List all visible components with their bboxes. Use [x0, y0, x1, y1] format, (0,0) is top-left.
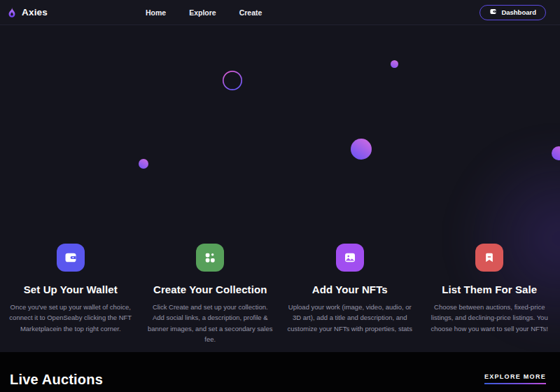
- feature-cards-row: Set Up Your Wallet Once you've set up yo…: [0, 244, 560, 345]
- feature-title: List Them For Sale: [425, 284, 555, 295]
- feature-description: Upload your work (image, video, audio, o…: [286, 302, 414, 334]
- explore-more-link[interactable]: EXPLORE MORE: [484, 373, 546, 387]
- explore-more-label: EXPLORE MORE: [484, 373, 546, 380]
- main-nav: Home Explore Create: [146, 0, 262, 24]
- top-navbar: Axies Home Explore Create Dashboard: [0, 0, 560, 25]
- feature-card-collection: Create Your Collection Click Create and …: [146, 244, 276, 345]
- nav-item-explore[interactable]: Explore: [189, 8, 216, 17]
- decor-dot-small: [391, 60, 398, 68]
- dashboard-button[interactable]: Dashboard: [479, 5, 546, 20]
- feature-title: Set Up Your Wallet: [6, 284, 136, 295]
- flame-icon: [6, 6, 18, 19]
- feature-description: Click Create and set up your collection.…: [146, 302, 274, 345]
- feature-description: Choose between auctions, fixed-price lis…: [426, 302, 553, 334]
- wallet-icon: [57, 244, 85, 272]
- hero-section: Set Up Your Wallet Once you've set up yo…: [0, 25, 560, 352]
- category-icon: [196, 244, 224, 272]
- image-icon: [336, 244, 364, 272]
- decor-dot-medium: [139, 159, 148, 169]
- live-auctions-heading: Live Auctions: [10, 372, 103, 388]
- nav-item-create[interactable]: Create: [239, 8, 262, 17]
- brand-name: Axies: [22, 7, 48, 18]
- decor-circle-large: [351, 139, 372, 160]
- dashboard-button-label: Dashboard: [501, 8, 536, 16]
- bookmark-icon: [475, 244, 503, 272]
- feature-title: Create Your Collection: [146, 284, 276, 295]
- feature-card-sale: List Them For Sale Choose between auctio…: [425, 244, 555, 345]
- gradient-underline: [484, 383, 546, 384]
- page: Axies Home Explore Create Dashboard: [0, 0, 560, 392]
- decor-ring-circle: [222, 70, 243, 94]
- feature-title: Add Your NFTs: [285, 284, 415, 295]
- nav-item-home[interactable]: Home: [146, 8, 166, 17]
- wallet-icon: [489, 8, 497, 17]
- feature-description: Once you've set up your wallet of choice…: [7, 302, 134, 334]
- live-auctions-section: Live Auctions EXPLORE MORE: [0, 352, 560, 392]
- feature-card-nfts: Add Your NFTs Upload your work (image, v…: [285, 244, 415, 345]
- feature-card-wallet: Set Up Your Wallet Once you've set up yo…: [6, 244, 136, 345]
- brand-logo[interactable]: Axies: [6, 6, 48, 19]
